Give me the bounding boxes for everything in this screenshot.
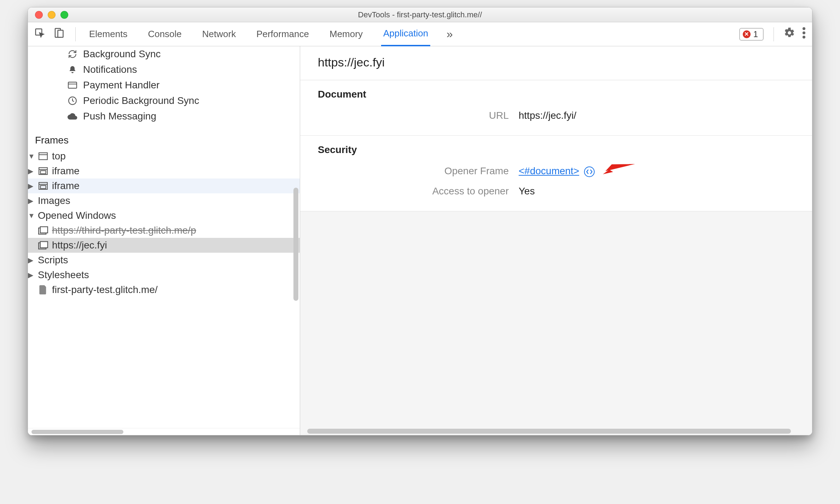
opener-frame-link[interactable]: <#document> xyxy=(519,165,579,176)
security-section: Security Opener Frame <#document> Acc xyxy=(300,136,812,211)
sidebar-horizontal-scrollbar[interactable] xyxy=(28,428,300,435)
clock-icon xyxy=(67,96,78,105)
main-panel: https://jec.fyi Document URL https://jec… xyxy=(300,46,812,435)
content-area: Background Sync Notifications Payment Ha… xyxy=(28,46,812,435)
cloud-icon xyxy=(67,113,78,120)
devtools-window: DevTools - first-party-test.glitch.me// … xyxy=(28,7,812,435)
disclosure-triangle-icon[interactable]: ▼ xyxy=(28,152,34,160)
disclosure-triangle-icon[interactable]: ▶ xyxy=(28,167,34,175)
sidebar-item-label: Notifications xyxy=(83,64,137,75)
sidebar: Background Sync Notifications Payment Ha… xyxy=(28,46,300,435)
url-value: https://jec.fyi/ xyxy=(519,110,576,121)
disclosure-triangle-icon[interactable]: ▶ xyxy=(28,271,34,279)
sidebar-item-label: Periodic Background Sync xyxy=(83,95,199,106)
tree-label: iframe xyxy=(52,165,80,177)
credit-card-icon xyxy=(67,82,78,89)
svg-point-5 xyxy=(803,36,805,39)
disclosure-triangle-icon[interactable]: ▼ xyxy=(28,212,34,220)
access-to-opener-row: Access to opener Yes xyxy=(318,186,794,197)
svg-point-4 xyxy=(803,31,805,34)
sidebar-item-notifications[interactable]: Notifications xyxy=(28,62,300,77)
document-section-title: Document xyxy=(318,89,794,100)
opened-window-icon xyxy=(38,241,48,250)
tree-label: https://third-party-test.glitch.me/p xyxy=(52,225,196,236)
device-toggle-icon[interactable] xyxy=(53,28,64,41)
tab-console[interactable]: Console xyxy=(146,22,183,46)
window-frame-icon xyxy=(38,152,48,160)
svg-rect-16 xyxy=(40,186,46,189)
toolbar: Elements Console Network Performance Mem… xyxy=(28,22,812,46)
tab-elements[interactable]: Elements xyxy=(87,22,129,46)
sidebar-item-push-messaging[interactable]: Push Messaging xyxy=(28,109,300,124)
error-count-badge[interactable]: ✕ 1 xyxy=(739,28,764,41)
access-to-opener-label: Access to opener xyxy=(318,186,509,197)
tree-node-top[interactable]: ▼ top xyxy=(28,149,300,164)
svg-rect-20 xyxy=(40,242,48,248)
tree-node-opened-window[interactable]: ▶ https://third-party-test.glitch.me/p xyxy=(28,223,300,238)
opener-frame-value-wrap: <#document> xyxy=(519,165,595,177)
sidebar-item-label: Push Messaging xyxy=(83,111,156,122)
titlebar: DevTools - first-party-test.glitch.me// xyxy=(28,7,812,22)
main-horizontal-scrollbar[interactable] xyxy=(300,427,812,435)
svg-rect-18 xyxy=(40,227,48,233)
sync-icon xyxy=(67,49,78,59)
tree-label: Scripts xyxy=(38,254,68,266)
tree-node-stylesheets[interactable]: ▶ Stylesheets xyxy=(28,268,300,282)
tree-label: Images xyxy=(38,195,70,206)
svg-rect-2 xyxy=(58,30,63,37)
frame-url-header: https://jec.fyi xyxy=(300,46,812,80)
sidebar-item-payment-handler[interactable]: Payment Handler xyxy=(28,77,300,93)
tree-node-iframe[interactable]: ▶ iframe xyxy=(28,164,300,178)
tree-label: top xyxy=(52,151,66,162)
sidebar-item-label: Background Sync xyxy=(83,48,161,60)
svg-rect-13 xyxy=(40,171,46,174)
tab-network[interactable]: Network xyxy=(200,22,238,46)
sidebar-vertical-scrollbar[interactable] xyxy=(293,46,298,428)
tree-node-scripts[interactable]: ▶ Scripts xyxy=(28,253,300,268)
iframe-icon xyxy=(38,182,48,190)
sidebar-item-periodic-sync[interactable]: Periodic Background Sync xyxy=(28,93,300,109)
opener-frame-row: Opener Frame <#document> xyxy=(318,165,794,177)
svg-rect-9 xyxy=(39,153,47,160)
disclosure-triangle-icon[interactable]: ▶ xyxy=(28,197,34,205)
opener-frame-label: Opener Frame xyxy=(318,165,509,177)
settings-gear-icon[interactable] xyxy=(784,27,795,41)
document-section: Document URL https://jec.fyi/ xyxy=(300,80,812,136)
sidebar-item-background-sync[interactable]: Background Sync xyxy=(28,46,300,62)
opened-window-icon xyxy=(38,226,48,235)
tab-performance[interactable]: Performance xyxy=(254,22,311,46)
more-tabs-button[interactable]: » xyxy=(447,28,453,41)
iframe-icon xyxy=(38,167,48,175)
tree-label: Stylesheets xyxy=(38,269,89,281)
security-section-title: Security xyxy=(318,144,794,156)
access-to-opener-value: Yes xyxy=(519,186,535,197)
sidebar-scroll: Background Sync Notifications Payment Ha… xyxy=(28,46,300,428)
error-icon: ✕ xyxy=(743,30,751,38)
bell-icon xyxy=(67,65,78,74)
error-count: 1 xyxy=(753,29,758,39)
toolbar-right: ✕ 1 xyxy=(739,27,806,41)
url-label: URL xyxy=(318,110,509,121)
tree-node-file[interactable]: ▶ first-party-test.glitch.me/ xyxy=(28,282,300,297)
tab-memory[interactable]: Memory xyxy=(327,22,365,46)
svg-rect-6 xyxy=(68,82,77,88)
toolbar-divider xyxy=(774,27,774,41)
tree-label: https://jec.fyi xyxy=(52,240,107,251)
tree-node-opened-windows[interactable]: ▼ Opened Windows xyxy=(28,208,300,223)
panel-tabs: Elements Console Network Performance Mem… xyxy=(87,22,731,46)
tab-application[interactable]: Application xyxy=(381,22,430,46)
more-menu-icon[interactable] xyxy=(802,27,806,41)
frames-section-label: Frames xyxy=(28,131,300,149)
sidebar-item-label: Payment Handler xyxy=(83,80,159,91)
disclosure-triangle-icon[interactable]: ▶ xyxy=(28,256,34,264)
tree-node-opened-window-selected[interactable]: ▶ https://jec.fyi xyxy=(28,238,300,253)
disclosure-triangle-icon[interactable]: ▶ xyxy=(28,182,34,190)
tree-label: first-party-test.glitch.me/ xyxy=(52,284,158,295)
toolbar-divider xyxy=(75,27,76,41)
inspect-element-icon[interactable] xyxy=(34,28,45,41)
svg-point-3 xyxy=(803,27,805,30)
tree-node-images[interactable]: ▶ Images xyxy=(28,193,300,208)
reveal-in-elements-icon[interactable] xyxy=(584,166,595,177)
tree-node-iframe[interactable]: ▶ iframe xyxy=(28,178,300,193)
tree-label: iframe xyxy=(52,180,80,192)
